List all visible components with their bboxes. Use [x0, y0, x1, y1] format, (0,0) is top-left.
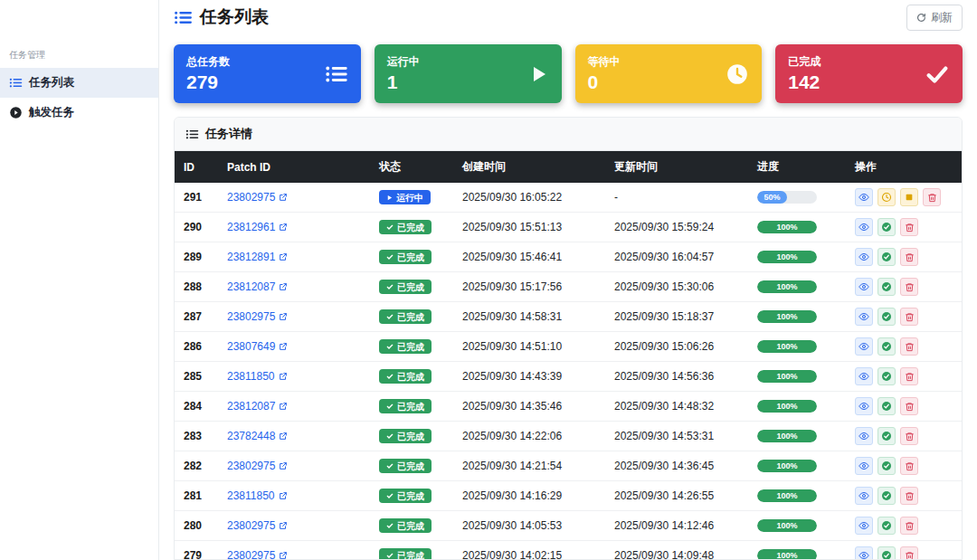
sidebar-section-label: 任务管理 [0, 45, 158, 68]
status-cell: 已完成 [370, 242, 453, 272]
view-button[interactable] [855, 367, 873, 385]
result-check-button[interactable] [877, 367, 896, 385]
sidebar-item-trigger-task[interactable]: 触发任务 [0, 98, 158, 128]
delete-button[interactable] [900, 218, 918, 236]
patch-link[interactable]: 23802975 [227, 549, 288, 560]
table-row: 28023802975已完成2025/09/30 14:05:532025/09… [175, 511, 962, 541]
delete-button[interactable] [900, 546, 918, 560]
external-link-icon [279, 223, 288, 232]
patch-link[interactable]: 23782448 [227, 430, 288, 442]
updated-time: 2025/09/30 15:18:37 [605, 302, 748, 332]
task-id: 288 [175, 272, 218, 302]
result-check-button[interactable] [877, 517, 896, 535]
updated-time: 2025/09/30 14:36:45 [605, 451, 748, 481]
status-badge: 已完成 [379, 220, 432, 234]
delete-button[interactable] [900, 278, 918, 296]
check-icon [925, 62, 950, 87]
patch-link[interactable]: 23802975 [227, 519, 288, 532]
progress-bar: 50% [757, 191, 817, 204]
refresh-button[interactable]: 刷新 [906, 5, 963, 31]
task-id: 279 [175, 541, 218, 560]
patch-link[interactable]: 23802975 [227, 191, 288, 204]
actions-cell [846, 392, 962, 422]
delete-button[interactable] [900, 367, 918, 385]
created-time: 2025/09/30 14:51:10 [453, 332, 605, 362]
task-id: 289 [175, 242, 218, 272]
eye-icon [858, 192, 869, 203]
delete-button[interactable] [923, 188, 941, 206]
patch-link[interactable]: 23802975 [227, 460, 288, 472]
view-button[interactable] [855, 248, 873, 266]
delete-button[interactable] [900, 487, 918, 505]
trash-icon [905, 252, 915, 262]
view-button[interactable] [855, 487, 873, 505]
view-button[interactable] [855, 188, 873, 206]
column-header-2: 状态 [370, 151, 453, 183]
check-circle-icon [881, 281, 892, 292]
progress-cell: 100% [748, 451, 846, 481]
delete-button[interactable] [900, 248, 918, 266]
result-check-button[interactable] [877, 457, 896, 475]
view-button[interactable] [855, 546, 873, 560]
patch-id-cell: 23802975 [218, 511, 370, 541]
progress-bar: 100% [757, 310, 817, 323]
created-time: 2025/09/30 14:58:31 [453, 302, 605, 332]
patch-link[interactable]: 23807649 [227, 340, 288, 353]
result-check-button[interactable] [877, 397, 896, 415]
view-button[interactable] [855, 308, 873, 326]
check-icon [386, 492, 394, 499]
stat-card-2: 等待中0 [575, 44, 763, 103]
result-check-button[interactable] [877, 546, 896, 560]
list-icon [325, 62, 348, 86]
delete-button[interactable] [900, 337, 918, 356]
stop-button[interactable] [900, 188, 918, 206]
patch-id-cell: 23807649 [218, 332, 370, 362]
patch-link[interactable]: 23802975 [227, 310, 288, 323]
table-section-header: 任务详情 [175, 118, 962, 151]
clock-icon [726, 62, 749, 86]
patch-link[interactable]: 23812891 [227, 251, 288, 263]
patch-link[interactable]: 23811850 [227, 489, 288, 502]
progress-cell: 100% [748, 302, 846, 332]
pause-button[interactable] [877, 188, 896, 206]
delete-button[interactable] [900, 517, 918, 535]
patch-link[interactable]: 23811850 [227, 370, 288, 383]
view-button[interactable] [855, 397, 873, 415]
result-check-button[interactable] [877, 248, 896, 266]
eye-icon [858, 401, 869, 412]
table-row: 28723802975已完成2025/09/30 14:58:312025/09… [175, 302, 962, 332]
play-icon [527, 63, 549, 85]
patch-id-cell: 23812087 [218, 272, 370, 302]
sidebar-item-task-list[interactable]: 任务列表 [0, 68, 158, 98]
result-check-button[interactable] [877, 278, 896, 296]
result-check-button[interactable] [877, 337, 896, 356]
patch-link[interactable]: 23812087 [227, 280, 288, 293]
result-check-button[interactable] [877, 308, 896, 326]
patch-link[interactable]: 23812961 [227, 221, 288, 233]
stat-label: 已完成 [788, 54, 820, 70]
view-button[interactable] [855, 218, 873, 236]
result-check-button[interactable] [877, 487, 896, 505]
view-button[interactable] [855, 427, 873, 445]
delete-button[interactable] [900, 457, 918, 475]
created-time: 2025/09/30 14:22:06 [453, 422, 605, 451]
view-button[interactable] [855, 457, 873, 475]
progress-bar: 100% [757, 340, 817, 353]
eye-icon [858, 371, 869, 382]
eye-icon [858, 490, 869, 501]
delete-button[interactable] [900, 308, 918, 326]
refresh-label: 刷新 [931, 10, 953, 25]
result-check-button[interactable] [877, 427, 896, 445]
view-button[interactable] [855, 337, 873, 356]
progress-bar: 100% [757, 430, 817, 442]
delete-button[interactable] [900, 427, 918, 445]
delete-button[interactable] [900, 397, 918, 415]
view-button[interactable] [855, 517, 873, 535]
progress-cell: 100% [748, 242, 846, 272]
created-time: 2025/09/30 14:16:29 [453, 481, 605, 511]
progress-bar: 100% [757, 519, 817, 532]
table-row: 28823812087已完成2025/09/30 15:17:562025/09… [175, 272, 962, 302]
result-check-button[interactable] [877, 218, 896, 236]
view-button[interactable] [855, 278, 873, 296]
patch-link[interactable]: 23812087 [227, 400, 288, 413]
